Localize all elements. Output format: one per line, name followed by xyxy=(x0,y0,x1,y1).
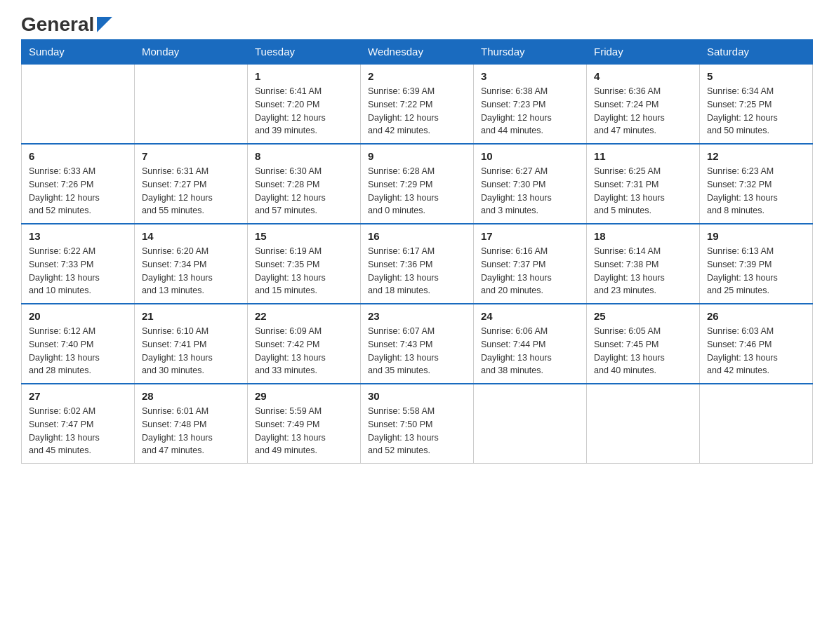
calendar-cell: 3Sunrise: 6:38 AM Sunset: 7:23 PM Daylig… xyxy=(474,64,587,144)
calendar-cell xyxy=(700,384,813,464)
day-number: 2 xyxy=(368,70,466,82)
day-number: 24 xyxy=(481,310,579,322)
calendar-cell: 19Sunrise: 6:13 AM Sunset: 7:39 PM Dayli… xyxy=(700,224,813,304)
calendar-week-3: 13Sunrise: 6:22 AM Sunset: 7:33 PM Dayli… xyxy=(22,224,813,304)
day-info: Sunrise: 6:25 AM Sunset: 7:31 PM Dayligh… xyxy=(594,165,692,217)
calendar-cell: 26Sunrise: 6:03 AM Sunset: 7:46 PM Dayli… xyxy=(700,304,813,384)
day-info: Sunrise: 6:30 AM Sunset: 7:28 PM Dayligh… xyxy=(255,165,353,217)
day-number: 26 xyxy=(707,310,805,322)
day-number: 21 xyxy=(142,310,240,322)
day-info: Sunrise: 6:01 AM Sunset: 7:48 PM Dayligh… xyxy=(142,405,240,457)
calendar-week-4: 20Sunrise: 6:12 AM Sunset: 7:40 PM Dayli… xyxy=(22,304,813,384)
day-number: 18 xyxy=(594,230,692,242)
day-info: Sunrise: 6:10 AM Sunset: 7:41 PM Dayligh… xyxy=(142,325,240,377)
calendar-cell xyxy=(135,64,248,144)
calendar-cell: 7Sunrise: 6:31 AM Sunset: 7:27 PM Daylig… xyxy=(135,144,248,224)
day-number: 28 xyxy=(142,390,240,402)
day-info: Sunrise: 6:31 AM Sunset: 7:27 PM Dayligh… xyxy=(142,165,240,217)
calendar-cell: 2Sunrise: 6:39 AM Sunset: 7:22 PM Daylig… xyxy=(361,64,474,144)
day-info: Sunrise: 6:36 AM Sunset: 7:24 PM Dayligh… xyxy=(594,85,692,137)
day-info: Sunrise: 6:16 AM Sunset: 7:37 PM Dayligh… xyxy=(481,245,579,297)
calendar-cell: 9Sunrise: 6:28 AM Sunset: 7:29 PM Daylig… xyxy=(361,144,474,224)
weekday-header-thursday: Thursday xyxy=(474,40,587,65)
calendar-cell: 10Sunrise: 6:27 AM Sunset: 7:30 PM Dayli… xyxy=(474,144,587,224)
calendar-week-1: 1Sunrise: 6:41 AM Sunset: 7:20 PM Daylig… xyxy=(22,64,813,144)
calendar-cell: 22Sunrise: 6:09 AM Sunset: 7:42 PM Dayli… xyxy=(248,304,361,384)
day-number: 7 xyxy=(142,150,240,162)
day-number: 3 xyxy=(481,70,579,82)
day-number: 23 xyxy=(368,310,466,322)
calendar-header-row: SundayMondayTuesdayWednesdayThursdayFrid… xyxy=(22,40,813,65)
calendar-cell: 14Sunrise: 6:20 AM Sunset: 7:34 PM Dayli… xyxy=(135,224,248,304)
calendar-week-2: 6Sunrise: 6:33 AM Sunset: 7:26 PM Daylig… xyxy=(22,144,813,224)
day-info: Sunrise: 6:09 AM Sunset: 7:42 PM Dayligh… xyxy=(255,325,353,377)
day-number: 8 xyxy=(255,150,353,162)
day-info: Sunrise: 6:28 AM Sunset: 7:29 PM Dayligh… xyxy=(368,165,466,217)
calendar-cell: 1Sunrise: 6:41 AM Sunset: 7:20 PM Daylig… xyxy=(248,64,361,144)
day-info: Sunrise: 6:14 AM Sunset: 7:38 PM Dayligh… xyxy=(594,245,692,297)
calendar-cell xyxy=(474,384,587,464)
weekday-header-sunday: Sunday xyxy=(22,40,135,65)
day-number: 13 xyxy=(29,230,127,242)
day-info: Sunrise: 6:03 AM Sunset: 7:46 PM Dayligh… xyxy=(707,325,805,377)
calendar-cell xyxy=(22,64,135,144)
day-info: Sunrise: 6:33 AM Sunset: 7:26 PM Dayligh… xyxy=(29,165,127,217)
calendar-cell: 5Sunrise: 6:34 AM Sunset: 7:25 PM Daylig… xyxy=(700,64,813,144)
day-number: 19 xyxy=(707,230,805,242)
logo: General xyxy=(21,14,112,32)
day-info: Sunrise: 6:20 AM Sunset: 7:34 PM Dayligh… xyxy=(142,245,240,297)
calendar-cell: 24Sunrise: 6:06 AM Sunset: 7:44 PM Dayli… xyxy=(474,304,587,384)
svg-marker-0 xyxy=(97,17,112,32)
calendar-table: SundayMondayTuesdayWednesdayThursdayFrid… xyxy=(21,39,813,464)
calendar-cell: 11Sunrise: 6:25 AM Sunset: 7:31 PM Dayli… xyxy=(587,144,700,224)
day-info: Sunrise: 6:23 AM Sunset: 7:32 PM Dayligh… xyxy=(707,165,805,217)
day-info: Sunrise: 6:19 AM Sunset: 7:35 PM Dayligh… xyxy=(255,245,353,297)
calendar-cell: 20Sunrise: 6:12 AM Sunset: 7:40 PM Dayli… xyxy=(22,304,135,384)
day-info: Sunrise: 6:17 AM Sunset: 7:36 PM Dayligh… xyxy=(368,245,466,297)
calendar-cell: 23Sunrise: 6:07 AM Sunset: 7:43 PM Dayli… xyxy=(361,304,474,384)
day-number: 27 xyxy=(29,390,127,402)
day-info: Sunrise: 6:02 AM Sunset: 7:47 PM Dayligh… xyxy=(29,405,127,457)
calendar-week-5: 27Sunrise: 6:02 AM Sunset: 7:47 PM Dayli… xyxy=(22,384,813,464)
day-number: 14 xyxy=(142,230,240,242)
weekday-header-monday: Monday xyxy=(135,40,248,65)
day-info: Sunrise: 5:58 AM Sunset: 7:50 PM Dayligh… xyxy=(368,405,466,457)
day-info: Sunrise: 6:38 AM Sunset: 7:23 PM Dayligh… xyxy=(481,85,579,137)
day-info: Sunrise: 6:07 AM Sunset: 7:43 PM Dayligh… xyxy=(368,325,466,377)
calendar-cell: 12Sunrise: 6:23 AM Sunset: 7:32 PM Dayli… xyxy=(700,144,813,224)
calendar-cell xyxy=(587,384,700,464)
calendar-cell: 15Sunrise: 6:19 AM Sunset: 7:35 PM Dayli… xyxy=(248,224,361,304)
calendar-cell: 8Sunrise: 6:30 AM Sunset: 7:28 PM Daylig… xyxy=(248,144,361,224)
day-info: Sunrise: 6:39 AM Sunset: 7:22 PM Dayligh… xyxy=(368,85,466,137)
day-info: Sunrise: 6:41 AM Sunset: 7:20 PM Dayligh… xyxy=(255,85,353,137)
calendar-cell: 4Sunrise: 6:36 AM Sunset: 7:24 PM Daylig… xyxy=(587,64,700,144)
calendar-cell: 17Sunrise: 6:16 AM Sunset: 7:37 PM Dayli… xyxy=(474,224,587,304)
calendar-cell: 16Sunrise: 6:17 AM Sunset: 7:36 PM Dayli… xyxy=(361,224,474,304)
day-number: 12 xyxy=(707,150,805,162)
day-info: Sunrise: 6:13 AM Sunset: 7:39 PM Dayligh… xyxy=(707,245,805,297)
calendar-cell: 21Sunrise: 6:10 AM Sunset: 7:41 PM Dayli… xyxy=(135,304,248,384)
day-number: 6 xyxy=(29,150,127,162)
logo-text-general: General xyxy=(21,15,94,34)
calendar-cell: 13Sunrise: 6:22 AM Sunset: 7:33 PM Dayli… xyxy=(22,224,135,304)
day-number: 4 xyxy=(594,70,692,82)
day-number: 16 xyxy=(368,230,466,242)
day-number: 30 xyxy=(368,390,466,402)
weekday-header-friday: Friday xyxy=(587,40,700,65)
day-number: 9 xyxy=(368,150,466,162)
weekday-header-wednesday: Wednesday xyxy=(361,40,474,65)
calendar-cell: 27Sunrise: 6:02 AM Sunset: 7:47 PM Dayli… xyxy=(22,384,135,464)
calendar-cell: 25Sunrise: 6:05 AM Sunset: 7:45 PM Dayli… xyxy=(587,304,700,384)
day-info: Sunrise: 5:59 AM Sunset: 7:49 PM Dayligh… xyxy=(255,405,353,457)
day-number: 15 xyxy=(255,230,353,242)
calendar-cell: 30Sunrise: 5:58 AM Sunset: 7:50 PM Dayli… xyxy=(361,384,474,464)
day-number: 5 xyxy=(707,70,805,82)
day-number: 10 xyxy=(481,150,579,162)
calendar-cell: 6Sunrise: 6:33 AM Sunset: 7:26 PM Daylig… xyxy=(22,144,135,224)
day-number: 25 xyxy=(594,310,692,322)
day-number: 22 xyxy=(255,310,353,322)
day-number: 17 xyxy=(481,230,579,242)
calendar-cell: 29Sunrise: 5:59 AM Sunset: 7:49 PM Dayli… xyxy=(248,384,361,464)
day-info: Sunrise: 6:27 AM Sunset: 7:30 PM Dayligh… xyxy=(481,165,579,217)
weekday-header-tuesday: Tuesday xyxy=(248,40,361,65)
